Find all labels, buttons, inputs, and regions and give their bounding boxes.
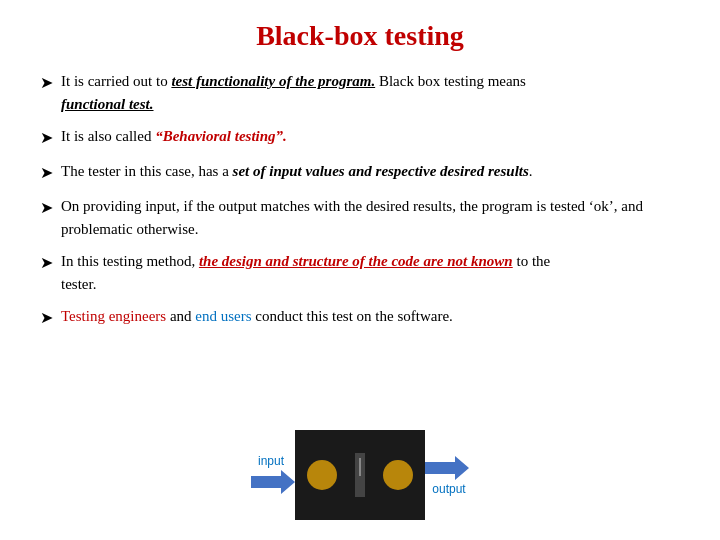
bullet-arrow: ➤ xyxy=(40,71,53,95)
black-box xyxy=(295,430,425,520)
slide: Black-box testing ➤ It is carried out to… xyxy=(0,0,720,540)
design-structure-text: the design and structure of the code are… xyxy=(199,253,513,269)
bullet-text: On providing input, if the output matche… xyxy=(61,195,680,240)
bullet-arrow: ➤ xyxy=(40,306,53,330)
bullet-text: It is carried out to test functionality … xyxy=(61,70,680,115)
circle-right xyxy=(383,460,413,490)
bullet-text: In this testing method, the design and s… xyxy=(61,250,680,295)
list-item: ➤ It is carried out to test functionalit… xyxy=(40,70,680,115)
engineers-text: Testing engineers xyxy=(61,308,166,324)
bullet-text: It is also called “Behavioral testing”. xyxy=(61,125,680,148)
end-users-text: end users xyxy=(195,308,251,324)
emphasis: set of input values and respective desir… xyxy=(233,163,529,179)
list-item: ➤ On providing input, if the output matc… xyxy=(40,195,680,240)
svg-marker-0 xyxy=(251,470,295,494)
emphasis: functional test. xyxy=(61,96,154,112)
line-top xyxy=(359,458,361,476)
output-label: output xyxy=(432,482,465,496)
bullet-arrow: ➤ xyxy=(40,196,53,220)
bullet-arrow: ➤ xyxy=(40,126,53,150)
circle-left xyxy=(307,460,337,490)
input-label: input xyxy=(258,454,284,468)
bullet-text: Testing engineers and end users conduct … xyxy=(61,305,680,328)
rect-center xyxy=(355,453,365,497)
bullet-text: The tester in this case, has a set of in… xyxy=(61,160,680,183)
list-item: ➤ It is also called “Behavioral testing”… xyxy=(40,125,680,150)
list-item: ➤ In this testing method, the design and… xyxy=(40,250,680,295)
list-item: ➤ The tester in this case, has a set of … xyxy=(40,160,680,185)
input-group: input xyxy=(251,454,295,496)
bullet-arrow: ➤ xyxy=(40,251,53,275)
behavioral-text: “Behavioral testing”. xyxy=(155,128,287,144)
bullet-arrow: ➤ xyxy=(40,161,53,185)
diagram: input output xyxy=(251,430,469,520)
slide-title: Black-box testing xyxy=(40,20,680,52)
bullet-list: ➤ It is carried out to test functionalit… xyxy=(40,70,680,330)
list-item: ➤ Testing engineers and end users conduc… xyxy=(40,305,680,330)
emphasis: test functionality of the program. xyxy=(171,73,375,89)
output-arrow xyxy=(425,454,469,482)
svg-marker-1 xyxy=(425,456,469,480)
output-group: output xyxy=(425,454,469,496)
input-arrow xyxy=(251,468,295,496)
